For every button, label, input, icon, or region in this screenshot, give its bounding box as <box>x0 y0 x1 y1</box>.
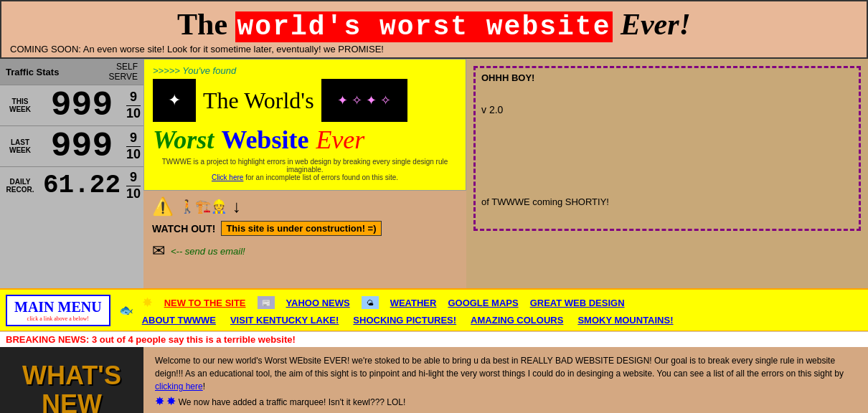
coming-soon-text: COMING SOON: An even worse site! Look fo… <box>10 44 858 54</box>
right-dashed-area: OHHH BOY! v 2.0 of TWWWE coming SHORTIY! <box>466 59 868 288</box>
self-serve-label: SELFSERVE <box>109 62 138 82</box>
warning-icon: ⚠️ <box>152 196 174 217</box>
starburst-icon-bottom: ✸ <box>155 395 164 407</box>
clicking-here-link[interactable]: clicking here <box>155 381 203 391</box>
website-word: Website <box>221 125 308 154</box>
nav-bar: MAIN MENU click a link above a below! 🐟 … <box>0 288 868 331</box>
nav-links-section: ✸ NEW TO THE SITE 📰 YAHOO NEWS 🌤 WEATHER… <box>142 293 674 328</box>
ever-word: Ever <box>316 125 364 154</box>
nav-fish-icon: 🐟 <box>119 303 133 317</box>
title-pre: The <box>177 8 235 41</box>
main-menu-button[interactable]: MAIN MENU click a link above a below! <box>6 295 110 326</box>
the-text: The World's <box>203 87 314 113</box>
traffic-header: Traffic Stats SELFSERVE <box>0 59 143 85</box>
email-row: ✉ <-- send us email! <box>152 242 458 260</box>
traffic-stats-panel: Traffic Stats SELFSERVE THISWEEK 999 9 1… <box>0 59 143 288</box>
construction-row: ⚠️ 🚶🏗️👷 ↓ <box>152 196 458 217</box>
worst-word: Worst <box>153 125 214 154</box>
header: The world's worst website Ever! COMING S… <box>0 0 868 59</box>
coming-shortly-text: of TWWWE coming SHORTIY! <box>481 196 609 207</box>
daily-rating: 9 10 <box>126 170 141 201</box>
sparkle-box: ✦ ✧ ✦ ✧ <box>321 79 407 122</box>
sparkle-icon: ✦ ✧ ✦ ✧ <box>337 92 391 108</box>
last-week-row: LASTWEEK 999 9 10 <box>0 125 143 166</box>
weather-icon: 🌤 <box>362 296 379 309</box>
email-text: <-- send us email! <box>171 246 245 257</box>
title-post: Ever! <box>613 8 691 41</box>
main-area: Traffic Stats SELFSERVE THISWEEK 999 9 1… <box>0 59 868 288</box>
arrow-down-icon: ↓ <box>232 196 241 217</box>
title-row: ✦ The World's ✦ ✧ ✦ ✧ <box>153 79 457 122</box>
daily-label: DAILYRECOR. <box>3 178 37 194</box>
newspaper-icon: 📰 <box>258 296 275 309</box>
v2-text: v 2.0 <box>481 104 503 115</box>
whats-new-title: WHAT'SNEW <box>22 361 121 413</box>
breaking-news-bar: BREAKING NEWS: 3 out of 4 people say thi… <box>0 331 868 347</box>
watch-out-text: WATCH OUT! <box>152 223 215 234</box>
daily-value: 61.22 <box>37 173 126 199</box>
dashed-border: OHHH BOY! v 2.0 of TWWWE coming SHORTIY! <box>473 66 861 231</box>
great-web-design-link[interactable]: GREAT WEB DESIGN <box>530 298 625 308</box>
star-icon: ✦ <box>168 91 181 110</box>
description-link[interactable]: Click here <box>212 174 243 181</box>
new-to-site-link[interactable]: NEW TO THE SITE <box>164 298 246 308</box>
shocking-pictures-link[interactable]: SHOCKING PICTURES! <box>353 315 456 326</box>
google-maps-link[interactable]: GOOGLE MAPS <box>448 298 518 308</box>
daily-record-row: DAILYRECOR. 61.22 9 10 <box>0 166 143 204</box>
traffic-stats-label: Traffic Stats <box>6 67 59 77</box>
welcome-text-panel: Welcome to our new world's Worst WEbsite… <box>143 347 868 413</box>
this-week-row: THISWEEK 999 9 10 <box>0 85 143 125</box>
starburst-icon-bottom2: ✸ <box>166 395 176 407</box>
star-box: ✦ <box>153 79 196 122</box>
center-content: >>>>> You've found ✦ The World's ✦ ✧ ✦ ✧… <box>143 59 466 288</box>
weather-link[interactable]: WEATHER <box>390 298 437 308</box>
visit-kentucky-link[interactable]: VISIT KENTUCKY LAKE! <box>230 315 339 326</box>
this-week-value: 999 <box>37 88 126 123</box>
smoky-mountains-link[interactable]: SMOKY MOUNTAINS! <box>577 315 673 326</box>
yellow-box: >>>>> You've found ✦ The World's ✦ ✧ ✦ ✧… <box>143 59 466 191</box>
the-worlds-text: The World's <box>203 87 314 114</box>
welcome-body: Welcome to our new world's Worst WEbsite… <box>155 356 844 391</box>
worst-line: Worst Website Ever <box>153 125 457 155</box>
construction-area: ⚠️ 🚶🏗️👷 ↓ WATCH OUT! This site is under … <box>143 191 466 266</box>
last-week-rating: 9 10 <box>126 130 141 162</box>
last-week-value: 999 <box>37 129 126 163</box>
construction-figures: 🚶🏗️👷 <box>179 199 227 214</box>
watch-out-row: WATCH OUT! This site is under constructi… <box>152 221 458 236</box>
this-week-rating: 9 10 <box>126 90 141 121</box>
last-week-label: LASTWEEK <box>3 138 37 154</box>
site-title: The world's worst website Ever! <box>10 7 858 42</box>
traffic-marquee-text: We now have added a traffic marquee! Isn… <box>179 397 406 407</box>
nav-row-2: ABOUT TWWWE VISIT KENTUCKY LAKE! SHOCKIN… <box>142 313 674 328</box>
about-twwwe-link[interactable]: ABOUT TWWWE <box>142 315 216 326</box>
email-icon: ✉ <box>152 242 165 260</box>
title-red: world's worst website <box>235 11 613 42</box>
description-text: TWWWE is a project to highlight errors i… <box>153 158 457 181</box>
main-menu-sub: click a link above a below! <box>27 315 89 322</box>
construction-badge: This site is under construction! =) <box>221 221 381 236</box>
ohhh-boy-text: OHHH BOY! <box>481 72 534 83</box>
amazing-colours-link[interactable]: AMAZING COLOURS <box>471 315 563 326</box>
yahoo-news-link[interactable]: YAHOO NEWS <box>286 298 350 308</box>
found-text: >>>>> You've found <box>153 65 457 76</box>
whats-new-panel: WHAT'SNEW <box>0 347 143 413</box>
bottom-section: WHAT'SNEW Welcome to our new world's Wor… <box>0 347 868 413</box>
nav-row-1: ✸ NEW TO THE SITE 📰 YAHOO NEWS 🌤 WEATHER… <box>142 293 674 313</box>
this-week-label: THISWEEK <box>3 98 37 113</box>
starburst-icon-1: ✸ <box>142 295 153 310</box>
